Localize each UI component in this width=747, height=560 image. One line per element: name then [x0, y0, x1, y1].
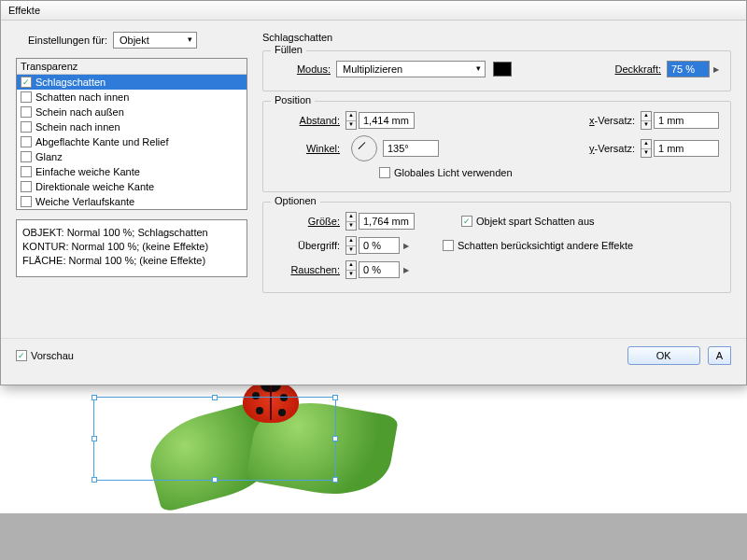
list-item-label: Direktionale weiche Kante	[35, 181, 154, 192]
position-group: Position Abstand: ▲▼ 1,414 mm x-Versatz:…	[262, 101, 731, 192]
list-item-drop-shadow[interactable]: ✓Schlagschatten	[17, 75, 247, 90]
placed-image	[93, 385, 430, 525]
knockout-checkbox[interactable]: ✓	[461, 216, 472, 227]
settings-for-label: Einstellungen für:	[16, 35, 107, 46]
noise-label: Rauschen:	[275, 264, 340, 275]
yoffset-label: y-Versatz:	[589, 143, 635, 154]
yoffset-input[interactable]: 1 mm	[654, 140, 719, 157]
popup-arrow-icon[interactable]: ▶	[403, 242, 409, 250]
options-group: Optionen Größe: ▲▼ 1,764 mm ✓ Objekt spa…	[262, 202, 731, 293]
dialog-title: Effekte	[1, 1, 746, 21]
distance-label: Abstand:	[275, 115, 340, 126]
fill-group-title: Füllen	[271, 44, 306, 55]
spread-input[interactable]: 0 %	[359, 237, 400, 254]
mode-label: Modus:	[275, 63, 331, 75]
checkbox-icon[interactable]	[21, 121, 32, 133]
checkbox-icon[interactable]	[21, 166, 32, 177]
xoffset-input[interactable]: 1 mm	[654, 112, 719, 129]
spinner-icon[interactable]: ▲▼	[345, 212, 357, 231]
summary-line: OBJEKT: Normal 100 %; Schlagschatten	[22, 226, 241, 240]
list-item-label: Weiche Verlaufskante	[35, 196, 134, 207]
list-item-directional-feather[interactable]: Direktionale weiche Kante	[17, 179, 247, 194]
checkbox-icon[interactable]	[21, 136, 32, 147]
list-item-inner-shadow[interactable]: Schatten nach innen	[17, 90, 247, 105]
honors-label: Schatten berücksichtigt andere Effekte	[458, 240, 633, 251]
options-group-title: Optionen	[271, 195, 320, 206]
global-light-label: Globales Licht verwenden	[394, 167, 513, 178]
summary-line: FLÄCHE: Normal 100 %; (keine Effekte)	[22, 254, 241, 268]
xoffset-label: x-Versatz:	[589, 115, 635, 126]
noise-input[interactable]: 0 %	[359, 261, 400, 278]
list-item-label: Schein nach außen	[35, 106, 124, 118]
opacity-input[interactable]: 75 %	[667, 61, 710, 77]
list-item-label: Glanz	[35, 151, 63, 162]
checkbox-icon[interactable]	[21, 91, 32, 103]
angle-label: Winkel:	[275, 143, 340, 154]
angle-dial[interactable]	[351, 135, 377, 161]
list-item-label: Schlagschatten	[35, 77, 106, 88]
preview-checkbox[interactable]: ✓	[16, 350, 27, 361]
angle-input[interactable]: 135°	[383, 140, 439, 157]
list-item-label: Einfache weiche Kante	[35, 166, 140, 177]
panel-title: Schlagschatten	[262, 32, 731, 43]
spinner-icon[interactable]: ▲▼	[345, 236, 357, 255]
list-item-basic-feather[interactable]: Einfache weiche Kante	[17, 164, 247, 179]
checkbox-icon[interactable]	[21, 106, 32, 118]
list-item-label: Schein nach innen	[35, 121, 120, 133]
pasteboard	[0, 513, 747, 560]
list-item-label: Abgeflachte Kante und Relief	[35, 136, 169, 147]
settings-for-dropdown[interactable]: Objekt	[113, 32, 197, 49]
blend-mode-dropdown[interactable]: Multiplizieren	[336, 61, 486, 77]
spinner-icon[interactable]: ▲▼	[641, 139, 652, 158]
effects-summary: OBJEKT: Normal 100 %; Schlagschatten KON…	[16, 219, 247, 277]
spread-label: Übergriff:	[275, 240, 340, 251]
popup-arrow-icon[interactable]: ▶	[403, 266, 409, 274]
summary-line: KONTUR: Normal 100 %; (keine Effekte)	[22, 240, 241, 254]
spinner-icon[interactable]: ▲▼	[641, 111, 652, 130]
cancel-button-partial[interactable]: A	[708, 346, 731, 365]
list-item-inner-glow[interactable]: Schein nach innen	[17, 119, 247, 134]
spinner-icon[interactable]: ▲▼	[345, 111, 357, 130]
checkbox-icon[interactable]: ✓	[21, 77, 32, 88]
list-header-transparency[interactable]: Transparenz	[17, 59, 247, 75]
position-group-title: Position	[271, 94, 315, 105]
color-swatch[interactable]	[493, 62, 512, 77]
size-input[interactable]: 1,764 mm	[359, 213, 415, 230]
distance-input[interactable]: 1,414 mm	[359, 112, 415, 129]
checkbox-icon[interactable]	[21, 196, 32, 207]
effects-dialog: Effekte Einstellungen für: Objekt Transp…	[0, 0, 747, 385]
checkbox-icon[interactable]	[21, 151, 32, 162]
size-label: Größe:	[275, 216, 340, 227]
preview-label: Vorschau	[31, 350, 74, 361]
list-item-gradient-feather[interactable]: Weiche Verlaufskante	[17, 194, 247, 209]
ok-button[interactable]: OK	[627, 346, 700, 365]
fill-group: Füllen Modus: Multiplizieren Deckkraft: …	[262, 50, 731, 91]
list-item-bevel[interactable]: Abgeflachte Kante und Relief	[17, 134, 247, 149]
effects-listbox[interactable]: Transparenz ✓Schlagschatten Schatten nac…	[16, 58, 247, 210]
popup-arrow-icon[interactable]: ▶	[713, 65, 719, 74]
spinner-icon[interactable]: ▲▼	[345, 260, 357, 279]
list-item-satin[interactable]: Glanz	[17, 149, 247, 164]
honors-checkbox[interactable]	[443, 240, 454, 251]
document-canvas: IK. 789101112, Steuernummer: 12/345/678	[0, 385, 747, 560]
list-item-label: Schatten nach innen	[35, 91, 129, 103]
list-item-outer-glow[interactable]: Schein nach außen	[17, 105, 247, 119]
knockout-label: Objekt spart Schatten aus	[476, 216, 595, 227]
opacity-label: Deckkraft:	[614, 63, 661, 75]
checkbox-icon[interactable]	[21, 181, 32, 192]
global-light-checkbox[interactable]	[379, 167, 390, 178]
